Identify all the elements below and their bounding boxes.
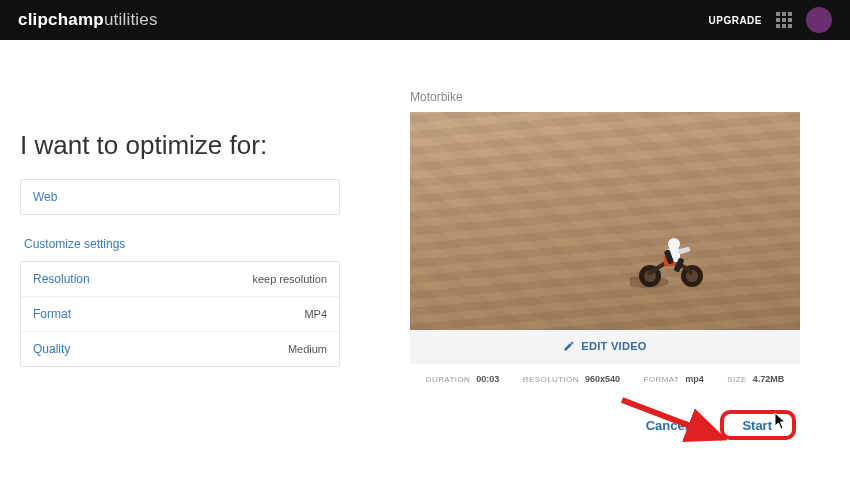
setting-format[interactable]: Format MP4 xyxy=(21,297,339,332)
avatar[interactable] xyxy=(806,7,832,33)
app-header: clipchamputilities UPGRADE xyxy=(0,0,850,40)
meta-value: 4.72MB xyxy=(753,374,785,384)
meta-label: SIZE xyxy=(727,375,746,384)
action-buttons: Cancel Start xyxy=(410,416,800,434)
cancel-button[interactable]: Cancel xyxy=(646,418,689,433)
setting-value: Medium xyxy=(288,343,327,355)
brand-name-bold: clipchamp xyxy=(18,10,104,29)
motorbike-rider-icon xyxy=(630,230,720,290)
preview-panel: Motorbike EDIT VIDEO xyxy=(410,70,830,434)
meta-format: FORMAT mp4 xyxy=(644,374,704,384)
edit-video-button[interactable]: EDIT VIDEO xyxy=(563,340,646,352)
meta-label: FORMAT xyxy=(644,375,680,384)
settings-list: Resolution keep resolution Format MP4 Qu… xyxy=(20,261,340,367)
setting-label: Quality xyxy=(33,342,70,356)
meta-resolution: RESOLUTION 960x540 xyxy=(523,374,620,384)
edit-video-label: EDIT VIDEO xyxy=(581,340,646,352)
video-meta: DURATION 00:03 RESOLUTION 960x540 FORMAT… xyxy=(410,364,800,384)
setting-value: MP4 xyxy=(304,308,327,320)
main-content: I want to optimize for: Web Customize se… xyxy=(0,40,850,434)
meta-value: 00:03 xyxy=(476,374,499,384)
setting-quality[interactable]: Quality Medium xyxy=(21,332,339,366)
start-button[interactable]: Start xyxy=(728,410,786,441)
header-right: UPGRADE xyxy=(708,7,832,33)
setting-label: Resolution xyxy=(33,272,90,286)
setting-label: Format xyxy=(33,307,71,321)
settings-panel: I want to optimize for: Web Customize se… xyxy=(20,70,340,434)
meta-label: DURATION xyxy=(426,375,470,384)
optimize-preset-select[interactable]: Web xyxy=(20,179,340,215)
page-title: I want to optimize for: xyxy=(20,130,340,161)
meta-value: mp4 xyxy=(685,374,704,384)
edit-icon xyxy=(563,340,575,352)
meta-size: SIZE 4.72MB xyxy=(727,374,784,384)
brand-name-light: utilities xyxy=(104,10,158,29)
edit-video-bar: EDIT VIDEO xyxy=(410,330,800,364)
brand-logo: clipchamputilities xyxy=(18,10,158,30)
setting-value: keep resolution xyxy=(252,273,327,285)
svg-rect-10 xyxy=(678,247,691,255)
upgrade-link[interactable]: UPGRADE xyxy=(708,15,762,26)
meta-label: RESOLUTION xyxy=(523,375,579,384)
setting-resolution[interactable]: Resolution keep resolution xyxy=(21,262,339,297)
meta-value: 960x540 xyxy=(585,374,620,384)
video-thumbnail[interactable] xyxy=(410,112,800,330)
apps-grid-icon[interactable] xyxy=(776,12,792,28)
customize-settings-label: Customize settings xyxy=(24,237,340,251)
meta-duration: DURATION 00:03 xyxy=(426,374,499,384)
start-button-wrap: Start xyxy=(728,416,786,434)
video-title: Motorbike xyxy=(410,90,830,104)
